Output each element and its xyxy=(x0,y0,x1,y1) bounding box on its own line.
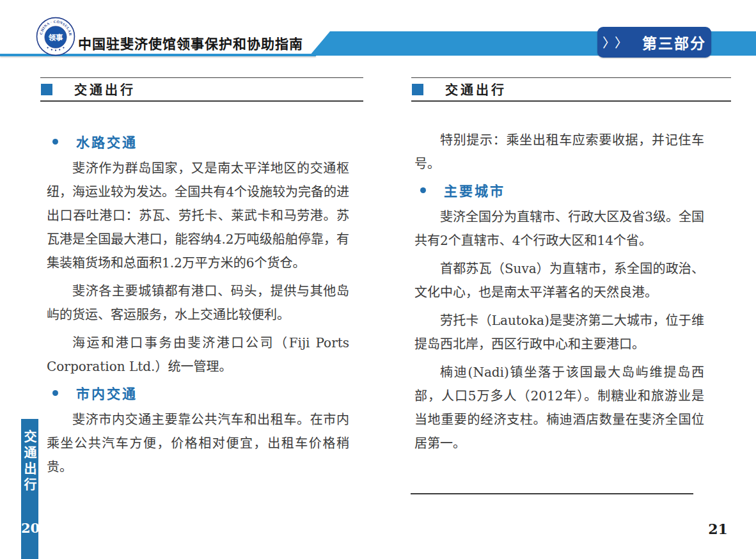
right-page-content: 特别提示：乘坐出租车应索要收据，并记住车号。 主要城市 斐济全国分为直辖市、行政… xyxy=(414,129,704,460)
left-section-title: 交通出行 xyxy=(74,80,136,98)
paragraph: 海运和港口事务由斐济港口公司（Fiji Ports Corporation Lt… xyxy=(47,331,349,379)
paragraph: 楠迪(Nadi)镇坐落于该国最大岛屿维提岛西部，人口5万多人（2012年）。制糖… xyxy=(414,361,704,455)
paragraph: 首都苏瓦（Suva）为直辖市，系全国的政治、文化中心，也是南太平洋著名的天然良港… xyxy=(414,257,704,304)
bullet-dot-icon xyxy=(52,390,58,396)
paragraph: 劳托卡（Lautoka)是斐济第二大城市，位于维提岛西北岸，西区行政中心和主要港… xyxy=(414,309,704,356)
paragraph-special-note: 特别提示：乘坐出租车应索要收据，并记住车号。 xyxy=(414,129,704,176)
right-section-header: 交通出行 xyxy=(411,77,731,102)
heading-label: 市内交通 xyxy=(76,383,138,402)
bullet-dot-icon xyxy=(52,139,58,145)
paragraph: 斐济市内交通主要靠公共汽车和出租车。在市内乘坐公共汽车方便，价格相对便宜，出租车… xyxy=(47,408,349,479)
section-square-icon xyxy=(412,84,423,95)
chevron-right-icon: 〉〉 xyxy=(602,33,633,51)
part-badge-label: 第三部分 xyxy=(642,31,706,53)
part-three-badge: 〉〉 第三部分 xyxy=(597,27,711,58)
right-page-footer-rule xyxy=(411,493,693,494)
left-page-content: 水路交通 斐济作为群岛国家，又是南太平洋地区的交通枢纽，海运业较为发达。全国共有… xyxy=(47,129,349,484)
sidebar-chapter-tab: 交通出行 20 xyxy=(21,419,38,559)
paragraph: 斐济各主要城镇都有港口、码头，提供与其他岛屿的货运、客运服务，水上交通比较便利。 xyxy=(47,280,349,327)
right-section-title: 交通出行 xyxy=(445,80,507,98)
logo-center-text: 领事 xyxy=(48,33,63,42)
page-number-right: 21 xyxy=(704,521,732,537)
consular-affairs-logo-icon: CHINA · CONSULAR · AFFAIRS 领事 xyxy=(36,17,75,56)
heading-major-cities: 主要城市 xyxy=(414,180,704,200)
paragraph: 斐济全国分为直辖市、行政大区及省3级。全国共有2个直辖市、4个行政大区和14个省… xyxy=(414,205,704,253)
heading-city-transport: 市内交通 xyxy=(47,383,349,402)
heading-water-transport: 水路交通 xyxy=(47,132,349,151)
page-number-left: 20 xyxy=(21,520,38,536)
section-square-icon xyxy=(41,84,52,95)
sidebar-chapter-label: 交通出行 xyxy=(20,430,39,494)
document-spread: CHINA · CONSULAR · AFFAIRS 领事 中国驻斐济使馆领事保… xyxy=(0,0,756,559)
heading-label: 水路交通 xyxy=(76,132,138,151)
document-title: 中国驻斐济使馆领事保护和协助指南 xyxy=(78,33,303,52)
left-section-header: 交通出行 xyxy=(40,77,363,102)
bullet-dot-icon xyxy=(420,187,426,193)
heading-label: 主要城市 xyxy=(444,180,505,200)
paragraph: 斐济作为群岛国家，又是南太平洋地区的交通枢纽，海运业较为发达。全国共有4个设施较… xyxy=(47,157,349,275)
